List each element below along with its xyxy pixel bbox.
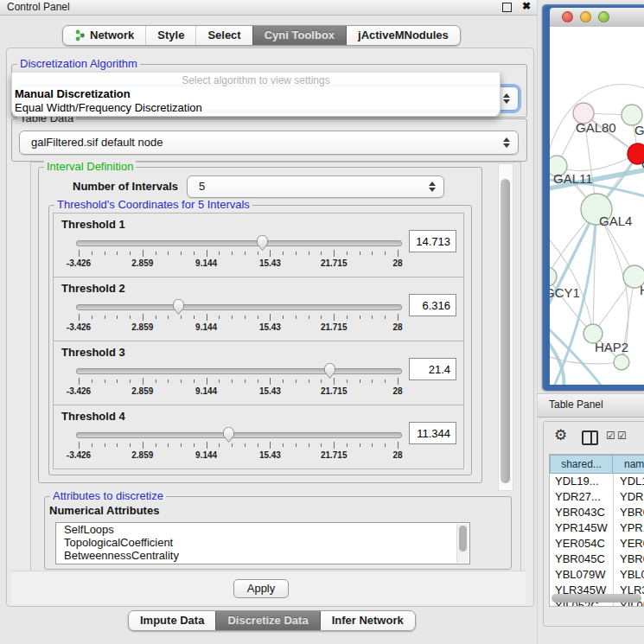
scrollbar-thumb[interactable] [459,526,467,552]
horizontal-scrollbar-thumb[interactable] [552,594,641,603]
slider-track[interactable] [76,368,402,374]
minimize-traffic-light-icon[interactable] [580,11,591,22]
close-icon[interactable]: ✖ [522,0,531,12]
slider-tick [385,443,386,447]
table-cell-name[interactable]: YPR145W [613,520,644,536]
column-header-shared-name[interactable]: shared... [550,455,613,474]
threshold-value-field[interactable]: 14.713 [409,230,456,252]
slider-track[interactable] [76,304,402,310]
checkbox-icon[interactable]: ☑ [617,430,627,442]
table-cell-name[interactable]: YDL19... [613,474,644,489]
slider-tick [309,252,309,255]
slider-tick [232,379,233,383]
slider-tick [334,314,335,321]
dropdown-option-equal-width-frequency[interactable]: Equal Width/Frequency Discretization [15,101,202,114]
slider-tick [194,443,194,447]
panel-divider[interactable] [537,0,538,644]
threshold-value-field[interactable]: 11.344 [409,422,456,444]
tick-label: 9.144 [195,258,217,268]
slider-tick [219,443,220,447]
network-icon [74,29,86,41]
slider-tick [309,379,309,383]
slider-tick [194,252,194,255]
list-item[interactable]: TopologicalCoefficient [56,536,469,549]
threshold-value-field[interactable]: 21.4 [409,358,456,380]
table-cell-shared-name[interactable]: YBR043C [550,505,613,520]
tab-style[interactable]: Style [145,26,195,45]
slider-thumb[interactable] [322,362,337,379]
tab-cyni-toolbox[interactable]: Cyni Toolbox [252,26,346,45]
network-canvas[interactable]: GAL80GACGAL11GAL4GCY1HHAP2 [550,27,644,385]
network-node-label: GAL4 [599,214,632,228]
split-columns-icon[interactable] [582,430,598,445]
table-row[interactable]: YDL19...YDL19... [550,474,644,489]
network-node[interactable] [614,354,629,370]
slider-tick [321,252,322,255]
table-cell-name[interactable]: YDR27... [613,489,644,505]
table-row[interactable]: YPR145WYPR145W [550,520,644,536]
table-cell-name[interactable]: YER054C [613,536,644,552]
tab-network[interactable]: Network [63,26,145,45]
table-row[interactable]: YBL079WYBL079W [550,567,644,583]
slider-track[interactable] [76,432,402,438]
slider-tick [321,316,322,319]
slider-thumb[interactable] [221,426,236,443]
float-window-icon[interactable] [502,3,512,12]
table-cell-shared-name[interactable]: YBR045C [550,552,613,567]
table-data-combobox[interactable]: galFiltered.sif default node [19,131,519,155]
slider-track[interactable] [76,240,402,246]
slider-tick [347,443,348,447]
threshold-label: Threshold 4 [61,410,125,423]
checkbox-icon[interactable]: ☑ [606,430,615,442]
close-traffic-light-icon[interactable] [562,11,573,22]
vertical-scrollbar[interactable] [498,163,513,491]
network-window-titlebar[interactable] [550,8,644,28]
table-row[interactable]: YBR043CYBR043C [550,505,644,520]
column-header-name[interactable]: name [612,455,644,474]
list-item[interactable]: SelfLoops [56,523,469,536]
dropdown-option-manual-discretization[interactable]: Manual Discretization [15,87,131,100]
slider-tick [181,252,182,255]
slider-tick [360,316,360,319]
table-row[interactable]: YDR27...YDR27... [550,489,644,505]
number-of-intervals-combobox[interactable]: 5 [187,175,444,198]
attributes-group: Attributes to discretize Numerical Attri… [44,496,512,570]
table-cell-name[interactable]: YBL079W [613,567,644,583]
slider-tick [232,316,233,319]
tab-select[interactable]: Select [195,26,252,45]
tick-label: 9.144 [195,386,217,396]
zoom-traffic-light-icon[interactable] [598,11,609,22]
tab-discretize-data[interactable]: Discretize Data [215,611,319,630]
slider-tick [258,252,258,255]
slider-thumb[interactable] [171,298,186,316]
slider-tick [372,379,373,383]
table-cell-shared-name[interactable]: YPR145W [550,520,613,536]
table-row[interactable]: YBR045CYBR045C [550,552,644,567]
table-cell-shared-name[interactable]: YER054C [550,536,613,552]
table-cell-shared-name[interactable]: YDL19... [550,474,613,489]
tab-label: Network [90,26,134,45]
table-cell-shared-name[interactable]: YBL079W [550,567,613,583]
slider-thumb[interactable] [255,234,270,252]
slider-tick [270,378,271,385]
network-node[interactable] [550,267,557,286]
gear-icon[interactable]: ⚙ [554,428,567,443]
slider-tick [79,314,80,321]
slider-ticks [79,442,398,450]
tab-jactivemnodules[interactable]: jActiveMNodules [346,26,460,45]
dropdown-placeholder-option[interactable]: Select algorithm to view settings [12,74,500,86]
table-row[interactable]: YER054CYER054C [550,536,644,552]
list-item[interactable]: BetweennessCentrality [56,549,469,562]
scrollbar-thumb[interactable] [501,179,510,483]
threshold-value-field[interactable]: 6.316 [409,294,456,316]
table-cell-shared-name[interactable]: YDR27... [550,489,613,505]
apply-button[interactable]: Apply [233,579,289,598]
tab-impute-data[interactable]: Impute Data [129,611,215,630]
list-scrollbar[interactable] [456,524,469,563]
tab-infer-network[interactable]: Infer Network [320,611,415,630]
table-cell-name[interactable]: YBR043C [613,505,644,520]
slider-tick [168,316,169,319]
numerical-attributes-list[interactable]: SelfLoops TopologicalCoefficient Between… [55,522,470,564]
slider-tick [372,316,373,319]
table-cell-name[interactable]: YBR045C [613,552,644,567]
